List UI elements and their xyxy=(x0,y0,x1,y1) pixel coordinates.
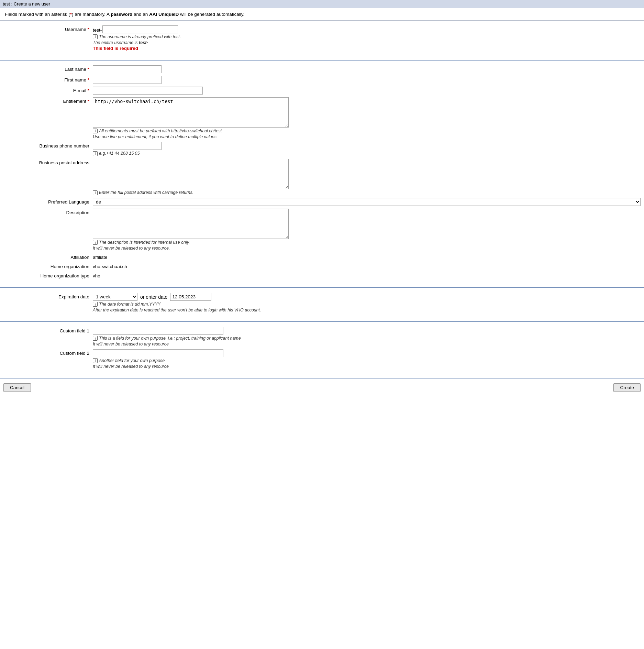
custom-field1-label: Custom field 1 xyxy=(3,327,93,333)
custom-field1-hint1-block: iThis is a field for your own purpose, i… xyxy=(93,336,641,341)
expiry-duration-select[interactable]: 1 week 2 weeks 1 month 3 months 6 months… xyxy=(93,293,137,301)
username-hint1: The username is already prefixed with te… xyxy=(99,34,181,39)
description-hint1: The description is intended for internal… xyxy=(99,240,190,245)
expiry-hint2-block: After the expiration date is reached the… xyxy=(93,308,641,312)
entitlement-textarea[interactable]: http://vho-switchaai.ch/test xyxy=(93,97,289,128)
top-note-text3: and an xyxy=(132,12,149,17)
homeorg-type-row: Home organization type vho xyxy=(0,272,644,278)
custom-field1-hint2-block: It will never be released to any resourc… xyxy=(93,342,641,346)
custom-field2-hint2: It will never be released to any resourc… xyxy=(93,364,169,369)
custom-field1-hint1: This is a field for your own purpose, i.… xyxy=(99,336,241,341)
custom-fields-section: Custom field 1 iThis is a field for your… xyxy=(0,322,644,378)
description-textarea[interactable] xyxy=(93,209,289,239)
email-row: E-mail * xyxy=(0,87,644,95)
title-bar: test : Create a new user xyxy=(0,0,644,8)
info-icon-postal: i xyxy=(93,190,98,195)
custom-field1-control: iThis is a field for your own purpose, i… xyxy=(93,327,641,346)
firstname-star: * xyxy=(88,77,89,82)
info-icon-username: i xyxy=(93,34,98,39)
expiry-hint1: The date format is dd.mm.YYYY xyxy=(99,302,160,307)
username-star: * xyxy=(88,27,89,32)
homeorg-type-value: vho xyxy=(93,272,641,278)
custom-field2-label: Custom field 2 xyxy=(3,349,93,356)
info-icon-custom2: i xyxy=(93,358,98,363)
firstname-input[interactable] xyxy=(93,76,162,84)
entitlement-control: http://vho-switchaai.ch/test iAll entitl… xyxy=(93,97,641,139)
description-label: Description xyxy=(3,209,93,215)
expiry-hint2: After the expiration date is reached the… xyxy=(93,308,261,312)
custom-field1-row: Custom field 1 iThis is a field for your… xyxy=(0,327,644,346)
description-hint2-block: It will never be released to any resourc… xyxy=(93,246,641,251)
affiliation-label: Affiliation xyxy=(3,253,93,260)
entitlement-hint-block: iAll entitlements must be prefixed with … xyxy=(93,129,641,133)
language-row: Preferred Language de en fr it xyxy=(0,198,644,206)
expiry-input-row: 1 week 2 weeks 1 month 3 months 6 months… xyxy=(93,293,641,301)
postal-textarea[interactable] xyxy=(93,159,289,189)
homeorg-control: vho-switchaai.ch xyxy=(93,263,641,269)
create-button[interactable]: Create xyxy=(613,383,641,392)
description-row: Description iThe description is intended… xyxy=(0,209,644,251)
aai-bold: AAI UniqueID xyxy=(149,12,179,17)
username-input-row: test- xyxy=(93,25,641,33)
lastname-row: Last name * xyxy=(0,65,644,73)
lastname-input[interactable] xyxy=(93,65,162,73)
username-hint2-block: The enitire username is test- xyxy=(93,40,641,45)
expiration-section: Expiration date 1 week 2 weeks 1 month 3… xyxy=(0,288,644,322)
info-icon-expiry: i xyxy=(93,302,98,307)
password-bold: password xyxy=(111,12,132,17)
firstname-row: First name * xyxy=(0,76,644,84)
top-note-text1: Fields marked with an asterisk ( xyxy=(5,12,70,17)
phone-label: Business phone number xyxy=(3,142,93,148)
homeorg-value: vho-switchaai.ch xyxy=(93,263,641,269)
expiration-label: Expiration date xyxy=(3,293,93,299)
postal-control: i Enter the full postal address with car… xyxy=(93,159,641,195)
info-icon-description: i xyxy=(93,240,98,245)
affiliation-row: Affiliation affiliate xyxy=(0,253,644,260)
username-hint2-bold: test- xyxy=(139,40,148,45)
firstname-control xyxy=(93,76,641,84)
homeorg-label: Home organization xyxy=(3,263,93,269)
info-icon-phone: i xyxy=(93,151,98,156)
email-control xyxy=(93,87,641,95)
homeorg-type-control: vho xyxy=(93,272,641,278)
expiration-control: 1 week 2 weeks 1 month 3 months 6 months… xyxy=(93,293,641,312)
custom-field2-input[interactable] xyxy=(93,349,223,357)
expiry-date-input[interactable] xyxy=(170,293,211,301)
phone-control: i e.g.+41 44 268 15 05 xyxy=(93,142,641,156)
custom-field2-hint1-block: iAnother field for your own purpose xyxy=(93,358,641,363)
postal-row: Business postal address i Enter the full… xyxy=(0,159,644,195)
email-label: E-mail * xyxy=(3,87,93,93)
username-section: Username * test- iThe username is alread… xyxy=(0,21,644,60)
entitlement-hint2-block: Use one line per entitlement, if you wan… xyxy=(93,134,641,139)
top-note-text2: ) are mandatory. A xyxy=(72,12,111,17)
or-text: or enter date xyxy=(140,294,167,300)
custom-field2-hint2-block: It will never be released to any resourc… xyxy=(93,364,641,369)
postal-hint: i Enter the full postal address with car… xyxy=(93,190,641,195)
username-row: Username * test- iThe username is alread… xyxy=(0,25,644,51)
username-label: Username * xyxy=(3,25,93,32)
entitlement-hint2: Use one line per entitlement, if you wan… xyxy=(93,134,218,139)
buttons-bar: Cancel Create xyxy=(0,378,644,397)
custom-field1-input[interactable] xyxy=(93,327,223,335)
email-star: * xyxy=(88,88,89,93)
entitlement-star: * xyxy=(88,99,89,104)
language-select[interactable]: de en fr it xyxy=(93,198,641,206)
username-hint1-block: iThe username is already prefixed with t… xyxy=(93,34,641,39)
description-hint1-block: iThe description is intended for interna… xyxy=(93,240,641,245)
username-prefix: test- xyxy=(93,26,102,33)
firstname-label: First name * xyxy=(3,76,93,82)
cancel-button[interactable]: Cancel xyxy=(3,383,31,392)
affiliation-value: affiliate xyxy=(93,253,641,260)
username-input[interactable] xyxy=(102,25,178,33)
lastname-star: * xyxy=(88,67,89,72)
phone-input[interactable] xyxy=(93,142,162,150)
description-control: iThe description is intended for interna… xyxy=(93,209,641,251)
info-icon-custom1: i xyxy=(93,336,98,341)
expiry-hint1-block: iThe date format is dd.mm.YYYY xyxy=(93,302,641,307)
language-control: de en fr it xyxy=(93,198,641,206)
email-input[interactable] xyxy=(93,87,203,95)
entitlement-hint1: All entitlements must be prefixed with h… xyxy=(99,129,223,133)
description-hint2: It will never be released to any resourc… xyxy=(93,246,170,251)
language-label: Preferred Language xyxy=(3,198,93,205)
top-note: Fields marked with an asterisk (*) are m… xyxy=(0,8,644,21)
